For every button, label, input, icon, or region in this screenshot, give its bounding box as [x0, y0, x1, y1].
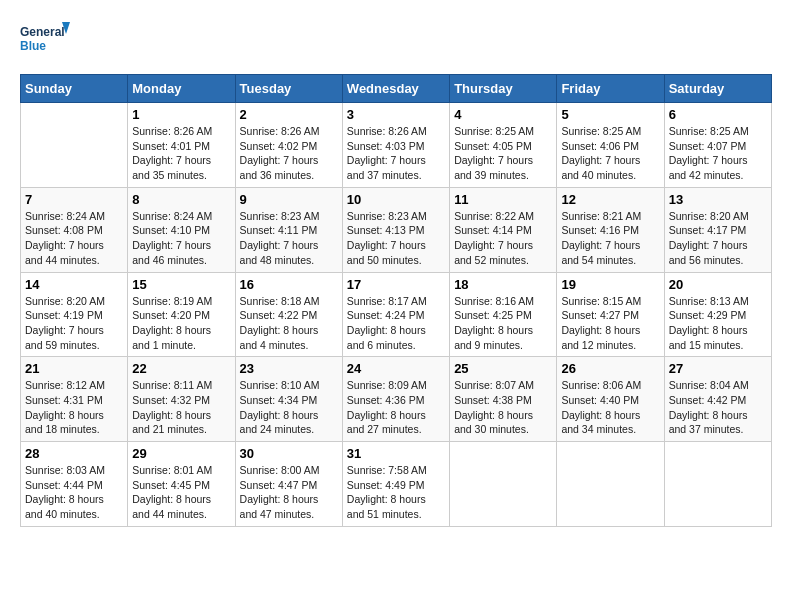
column-header-monday: Monday	[128, 75, 235, 103]
calendar-cell: 28Sunrise: 8:03 AMSunset: 4:44 PMDayligh…	[21, 442, 128, 527]
cell-content: Sunrise: 7:58 AMSunset: 4:49 PMDaylight:…	[347, 463, 445, 522]
day-number: 30	[240, 446, 338, 461]
calendar-cell: 2Sunrise: 8:26 AMSunset: 4:02 PMDaylight…	[235, 103, 342, 188]
cell-content: Sunrise: 8:25 AMSunset: 4:07 PMDaylight:…	[669, 124, 767, 183]
calendar-cell: 20Sunrise: 8:13 AMSunset: 4:29 PMDayligh…	[664, 272, 771, 357]
day-number: 18	[454, 277, 552, 292]
calendar-cell: 14Sunrise: 8:20 AMSunset: 4:19 PMDayligh…	[21, 272, 128, 357]
cell-content: Sunrise: 8:13 AMSunset: 4:29 PMDaylight:…	[669, 294, 767, 353]
calendar-cell: 6Sunrise: 8:25 AMSunset: 4:07 PMDaylight…	[664, 103, 771, 188]
day-number: 1	[132, 107, 230, 122]
cell-content: Sunrise: 8:17 AMSunset: 4:24 PMDaylight:…	[347, 294, 445, 353]
calendar-cell: 12Sunrise: 8:21 AMSunset: 4:16 PMDayligh…	[557, 187, 664, 272]
day-number: 2	[240, 107, 338, 122]
calendar-cell	[557, 442, 664, 527]
calendar-cell: 7Sunrise: 8:24 AMSunset: 4:08 PMDaylight…	[21, 187, 128, 272]
logo-graphic: General Blue	[20, 20, 70, 64]
cell-content: Sunrise: 8:01 AMSunset: 4:45 PMDaylight:…	[132, 463, 230, 522]
day-number: 22	[132, 361, 230, 376]
calendar-header-row: SundayMondayTuesdayWednesdayThursdayFrid…	[21, 75, 772, 103]
cell-content: Sunrise: 8:07 AMSunset: 4:38 PMDaylight:…	[454, 378, 552, 437]
cell-content: Sunrise: 8:24 AMSunset: 4:10 PMDaylight:…	[132, 209, 230, 268]
cell-content: Sunrise: 8:25 AMSunset: 4:05 PMDaylight:…	[454, 124, 552, 183]
day-number: 3	[347, 107, 445, 122]
svg-text:General: General	[20, 25, 65, 39]
calendar-cell: 11Sunrise: 8:22 AMSunset: 4:14 PMDayligh…	[450, 187, 557, 272]
calendar-cell: 13Sunrise: 8:20 AMSunset: 4:17 PMDayligh…	[664, 187, 771, 272]
column-header-thursday: Thursday	[450, 75, 557, 103]
cell-content: Sunrise: 8:10 AMSunset: 4:34 PMDaylight:…	[240, 378, 338, 437]
day-number: 15	[132, 277, 230, 292]
cell-content: Sunrise: 8:16 AMSunset: 4:25 PMDaylight:…	[454, 294, 552, 353]
calendar-cell: 8Sunrise: 8:24 AMSunset: 4:10 PMDaylight…	[128, 187, 235, 272]
calendar-cell: 25Sunrise: 8:07 AMSunset: 4:38 PMDayligh…	[450, 357, 557, 442]
header: General Blue	[20, 20, 772, 64]
cell-content: Sunrise: 8:21 AMSunset: 4:16 PMDaylight:…	[561, 209, 659, 268]
calendar-cell: 22Sunrise: 8:11 AMSunset: 4:32 PMDayligh…	[128, 357, 235, 442]
column-header-wednesday: Wednesday	[342, 75, 449, 103]
day-number: 19	[561, 277, 659, 292]
cell-content: Sunrise: 8:06 AMSunset: 4:40 PMDaylight:…	[561, 378, 659, 437]
calendar-cell: 17Sunrise: 8:17 AMSunset: 4:24 PMDayligh…	[342, 272, 449, 357]
cell-content: Sunrise: 8:24 AMSunset: 4:08 PMDaylight:…	[25, 209, 123, 268]
day-number: 4	[454, 107, 552, 122]
logo: General Blue	[20, 20, 70, 64]
day-number: 24	[347, 361, 445, 376]
calendar-cell: 16Sunrise: 8:18 AMSunset: 4:22 PMDayligh…	[235, 272, 342, 357]
day-number: 13	[669, 192, 767, 207]
day-number: 6	[669, 107, 767, 122]
day-number: 23	[240, 361, 338, 376]
cell-content: Sunrise: 8:26 AMSunset: 4:01 PMDaylight:…	[132, 124, 230, 183]
day-number: 25	[454, 361, 552, 376]
column-header-sunday: Sunday	[21, 75, 128, 103]
calendar-cell: 26Sunrise: 8:06 AMSunset: 4:40 PMDayligh…	[557, 357, 664, 442]
calendar-cell: 5Sunrise: 8:25 AMSunset: 4:06 PMDaylight…	[557, 103, 664, 188]
calendar-cell: 18Sunrise: 8:16 AMSunset: 4:25 PMDayligh…	[450, 272, 557, 357]
calendar-cell: 27Sunrise: 8:04 AMSunset: 4:42 PMDayligh…	[664, 357, 771, 442]
column-header-tuesday: Tuesday	[235, 75, 342, 103]
svg-text:Blue: Blue	[20, 39, 46, 53]
day-number: 5	[561, 107, 659, 122]
cell-content: Sunrise: 8:18 AMSunset: 4:22 PMDaylight:…	[240, 294, 338, 353]
calendar-cell: 1Sunrise: 8:26 AMSunset: 4:01 PMDaylight…	[128, 103, 235, 188]
day-number: 31	[347, 446, 445, 461]
calendar-cell: 29Sunrise: 8:01 AMSunset: 4:45 PMDayligh…	[128, 442, 235, 527]
day-number: 17	[347, 277, 445, 292]
day-number: 21	[25, 361, 123, 376]
calendar-cell: 19Sunrise: 8:15 AMSunset: 4:27 PMDayligh…	[557, 272, 664, 357]
cell-content: Sunrise: 8:03 AMSunset: 4:44 PMDaylight:…	[25, 463, 123, 522]
day-number: 20	[669, 277, 767, 292]
calendar-table: SundayMondayTuesdayWednesdayThursdayFrid…	[20, 74, 772, 527]
day-number: 7	[25, 192, 123, 207]
cell-content: Sunrise: 8:00 AMSunset: 4:47 PMDaylight:…	[240, 463, 338, 522]
calendar-cell: 21Sunrise: 8:12 AMSunset: 4:31 PMDayligh…	[21, 357, 128, 442]
calendar-cell	[664, 442, 771, 527]
calendar-cell: 4Sunrise: 8:25 AMSunset: 4:05 PMDaylight…	[450, 103, 557, 188]
cell-content: Sunrise: 8:22 AMSunset: 4:14 PMDaylight:…	[454, 209, 552, 268]
day-number: 8	[132, 192, 230, 207]
calendar-week-row: 14Sunrise: 8:20 AMSunset: 4:19 PMDayligh…	[21, 272, 772, 357]
day-number: 26	[561, 361, 659, 376]
calendar-cell: 3Sunrise: 8:26 AMSunset: 4:03 PMDaylight…	[342, 103, 449, 188]
cell-content: Sunrise: 8:26 AMSunset: 4:02 PMDaylight:…	[240, 124, 338, 183]
column-header-saturday: Saturday	[664, 75, 771, 103]
calendar-week-row: 28Sunrise: 8:03 AMSunset: 4:44 PMDayligh…	[21, 442, 772, 527]
cell-content: Sunrise: 8:23 AMSunset: 4:13 PMDaylight:…	[347, 209, 445, 268]
calendar-cell: 30Sunrise: 8:00 AMSunset: 4:47 PMDayligh…	[235, 442, 342, 527]
calendar-cell: 10Sunrise: 8:23 AMSunset: 4:13 PMDayligh…	[342, 187, 449, 272]
logo-svg: General Blue	[20, 20, 70, 60]
calendar-cell: 9Sunrise: 8:23 AMSunset: 4:11 PMDaylight…	[235, 187, 342, 272]
column-header-friday: Friday	[557, 75, 664, 103]
calendar-cell: 24Sunrise: 8:09 AMSunset: 4:36 PMDayligh…	[342, 357, 449, 442]
cell-content: Sunrise: 8:11 AMSunset: 4:32 PMDaylight:…	[132, 378, 230, 437]
calendar-cell: 23Sunrise: 8:10 AMSunset: 4:34 PMDayligh…	[235, 357, 342, 442]
day-number: 28	[25, 446, 123, 461]
cell-content: Sunrise: 8:19 AMSunset: 4:20 PMDaylight:…	[132, 294, 230, 353]
day-number: 14	[25, 277, 123, 292]
cell-content: Sunrise: 8:12 AMSunset: 4:31 PMDaylight:…	[25, 378, 123, 437]
calendar-week-row: 1Sunrise: 8:26 AMSunset: 4:01 PMDaylight…	[21, 103, 772, 188]
calendar-week-row: 21Sunrise: 8:12 AMSunset: 4:31 PMDayligh…	[21, 357, 772, 442]
calendar-cell	[450, 442, 557, 527]
day-number: 10	[347, 192, 445, 207]
cell-content: Sunrise: 8:04 AMSunset: 4:42 PMDaylight:…	[669, 378, 767, 437]
